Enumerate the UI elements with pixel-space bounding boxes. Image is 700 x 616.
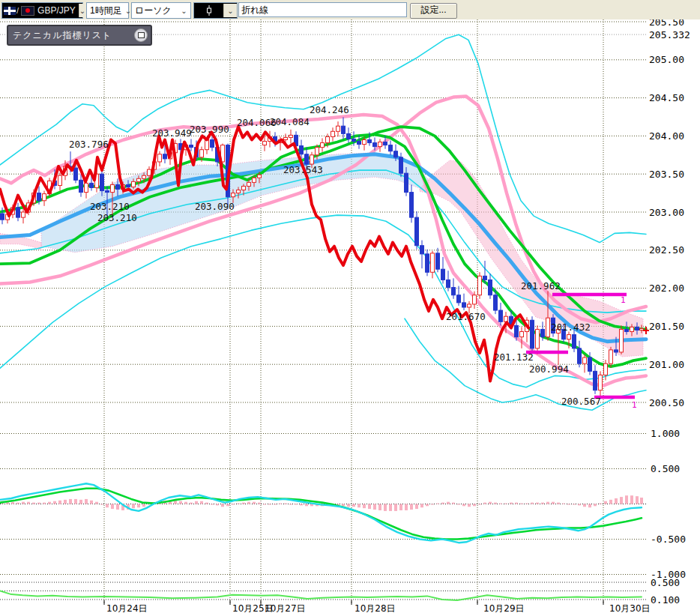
svg-text:204.50: 204.50	[649, 92, 684, 103]
svg-text:203.210: 203.210	[90, 201, 130, 212]
chart-canvas[interactable]: 11203.796203.949203.990204.066204.084204…	[0, 0, 700, 616]
timeframe-select[interactable]: 1時間足 ⌄	[86, 2, 129, 19]
chevron-down-icon[interactable]: ⌄	[79, 4, 85, 17]
svg-text:201.50: 201.50	[649, 321, 684, 332]
chevron-down-icon[interactable]: ⌄	[178, 4, 190, 17]
svg-text:10月28日: 10月28日	[354, 603, 396, 614]
svg-text:204.00: 204.00	[649, 130, 684, 142]
timeframe-label: 1時間足	[87, 4, 125, 17]
svg-text:203.090: 203.090	[195, 201, 235, 212]
svg-text:0.500: 0.500	[651, 577, 680, 588]
svg-text:0.500: 0.500	[651, 463, 680, 474]
svg-text:200.50: 200.50	[649, 397, 684, 408]
style-select[interactable]: ⌄	[193, 2, 238, 19]
svg-text:201.432: 201.432	[551, 321, 591, 333]
svg-text:204.084: 204.084	[270, 116, 310, 127]
svg-text:201.00: 201.00	[649, 359, 684, 370]
chevron-down-icon[interactable]: ⌄	[125, 4, 131, 17]
svg-text:203.543: 203.543	[283, 164, 323, 175]
flag-separator: /	[16, 6, 19, 15]
svg-text:204.246: 204.246	[310, 104, 349, 115]
svg-text:10月27日: 10月27日	[265, 603, 306, 614]
app-window: 11203.796203.949203.990204.066204.084204…	[0, 0, 700, 616]
svg-text:1: 1	[621, 295, 626, 305]
svg-text:201.962: 201.962	[521, 280, 561, 292]
svg-text:201.670: 201.670	[446, 311, 486, 322]
toolbar: / GBP/JPY ⌄ 1時間足 ⌄ ローソク ⌄ ⌄ 設定...	[0, 0, 700, 19]
svg-text:-0.500: -0.500	[651, 534, 686, 545]
svg-text:203.990: 203.990	[190, 124, 229, 135]
svg-text:10月29日: 10月29日	[483, 603, 525, 614]
svg-text:203.00: 203.00	[649, 207, 684, 218]
symbol-select[interactable]: / GBP/JPY ⌄	[1, 2, 83, 19]
svg-text:0.100: 0.100	[651, 594, 680, 606]
svg-text:203.796: 203.796	[69, 139, 109, 150]
uk-flag-icon	[4, 7, 16, 15]
symbol-label: GBP/JPY	[34, 5, 79, 16]
svg-text:10月30日: 10月30日	[609, 603, 651, 614]
svg-text:202.50: 202.50	[649, 244, 684, 256]
svg-text:205.332: 205.332	[649, 29, 690, 40]
candlestick-icon	[205, 4, 214, 16]
svg-text:1: 1	[632, 400, 637, 410]
svg-text:10月24日: 10月24日	[106, 603, 148, 614]
svg-text:200.994: 200.994	[529, 363, 569, 375]
settings-button[interactable]: 設定...	[410, 3, 457, 19]
indicator-list-title: テクニカル指標リスト	[8, 29, 112, 42]
chart-type-select[interactable]: ローソク ⌄	[131, 2, 191, 19]
svg-text:205.00: 205.00	[649, 54, 684, 65]
svg-text:201.132: 201.132	[494, 351, 534, 363]
svg-text:203.949: 203.949	[152, 127, 192, 139]
svg-text:203.50: 203.50	[649, 169, 684, 180]
svg-text:202.00: 202.00	[649, 283, 684, 294]
chart-type-label: ローソク	[132, 4, 175, 17]
svg-text:203.210: 203.210	[97, 212, 137, 223]
svg-text:1.000: 1.000	[651, 428, 680, 439]
chevron-down-icon[interactable]: ⌄	[223, 4, 237, 17]
svg-text:200.567: 200.567	[561, 396, 601, 407]
overlay-line-input[interactable]	[238, 2, 407, 17]
restore-window-icon[interactable]	[134, 28, 148, 42]
indicator-list-panel[interactable]: テクニカル指標リスト	[7, 25, 152, 46]
japan-flag-icon	[21, 6, 34, 16]
